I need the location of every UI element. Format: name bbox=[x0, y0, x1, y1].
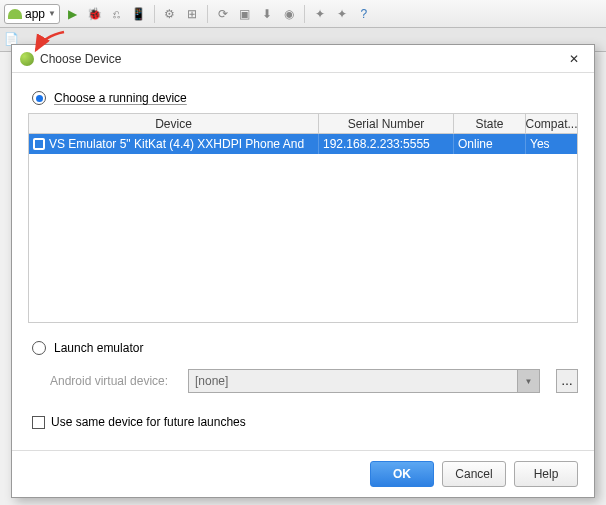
td-device-text: VS Emulator 5" KitKat (4.4) XXHDPI Phone… bbox=[49, 137, 304, 151]
avd-select-value: [none] bbox=[188, 369, 518, 393]
chevron-down-icon: ▼ bbox=[48, 9, 56, 18]
run-config-label: app bbox=[25, 7, 45, 21]
td-state: Online bbox=[454, 134, 526, 154]
toolbar-separator bbox=[207, 5, 208, 23]
choose-running-radio[interactable] bbox=[32, 91, 46, 105]
choose-running-radio-row[interactable]: Choose a running device bbox=[32, 91, 578, 105]
main-toolbar: app ▼ ▶ 🐞 ⎌ 📱 ⚙ ⊞ ⟳ ▣ ⬇ ◉ ✦ ✦ ? bbox=[0, 0, 606, 28]
device-button[interactable]: 📱 bbox=[130, 5, 148, 23]
device-table: Device Serial Number State Compat... VS … bbox=[28, 113, 578, 323]
th-state[interactable]: State bbox=[454, 114, 526, 133]
tool1-icon[interactable]: ✦ bbox=[311, 5, 329, 23]
use-same-checkbox[interactable] bbox=[32, 416, 45, 429]
launch-emulator-radio[interactable] bbox=[32, 341, 46, 355]
dialog-title: Choose Device bbox=[40, 52, 562, 66]
attach-button[interactable]: ⎌ bbox=[108, 5, 126, 23]
launch-emulator-label: Launch emulator bbox=[54, 341, 143, 355]
sdk-icon[interactable]: ⬇ bbox=[258, 5, 276, 23]
close-button[interactable]: ✕ bbox=[562, 49, 586, 69]
toolbar-separator bbox=[154, 5, 155, 23]
settings-icon[interactable]: ⚙ bbox=[161, 5, 179, 23]
android-icon[interactable]: ◉ bbox=[280, 5, 298, 23]
launch-emulator-radio-row[interactable]: Launch emulator bbox=[32, 341, 578, 355]
choose-device-dialog: Choose Device ✕ Choose a running device … bbox=[11, 44, 595, 498]
dialog-body: Choose a running device Device Serial Nu… bbox=[12, 73, 594, 450]
chevron-down-icon: ▼ bbox=[525, 377, 533, 386]
th-device[interactable]: Device bbox=[29, 114, 319, 133]
table-row[interactable]: VS Emulator 5" KitKat (4.4) XXHDPI Phone… bbox=[29, 134, 577, 154]
td-serial: 192.168.2.233:5555 bbox=[319, 134, 454, 154]
cancel-button[interactable]: Cancel bbox=[442, 461, 506, 487]
avd-dropdown-button[interactable]: ▼ bbox=[518, 369, 540, 393]
th-serial[interactable]: Serial Number bbox=[319, 114, 454, 133]
tool2-icon[interactable]: ✦ bbox=[333, 5, 351, 23]
avd-label: Android virtual device: bbox=[50, 374, 178, 388]
td-compat: Yes bbox=[526, 134, 577, 154]
run-config-dropdown[interactable]: app ▼ bbox=[4, 4, 60, 24]
avd-row: Android virtual device: [none] ▼ … bbox=[50, 369, 578, 393]
debug-button[interactable]: 🐞 bbox=[86, 5, 104, 23]
th-compat[interactable]: Compat... bbox=[526, 114, 577, 133]
sync-icon[interactable]: ⟳ bbox=[214, 5, 232, 23]
choose-running-label: Choose a running device bbox=[54, 91, 187, 105]
structure-icon[interactable]: ⊞ bbox=[183, 5, 201, 23]
toolbar-separator bbox=[304, 5, 305, 23]
help-button[interactable]: Help bbox=[514, 461, 578, 487]
help-icon[interactable]: ? bbox=[355, 5, 373, 23]
device-icon bbox=[33, 138, 45, 150]
avd-icon[interactable]: ▣ bbox=[236, 5, 254, 23]
avd-select[interactable]: [none] ▼ bbox=[188, 369, 540, 393]
ok-button[interactable]: OK bbox=[370, 461, 434, 487]
use-same-checkbox-row[interactable]: Use same device for future launches bbox=[32, 415, 578, 429]
use-same-label: Use same device for future launches bbox=[51, 415, 246, 429]
avd-more-button[interactable]: … bbox=[556, 369, 578, 393]
android-app-icon bbox=[8, 7, 22, 21]
dialog-app-icon bbox=[20, 52, 34, 66]
table-header: Device Serial Number State Compat... bbox=[29, 114, 577, 134]
run-button[interactable]: ▶ bbox=[64, 5, 82, 23]
dialog-titlebar: Choose Device ✕ bbox=[12, 45, 594, 73]
dialog-footer: OK Cancel Help bbox=[12, 450, 594, 497]
td-device: VS Emulator 5" KitKat (4.4) XXHDPI Phone… bbox=[29, 134, 319, 154]
